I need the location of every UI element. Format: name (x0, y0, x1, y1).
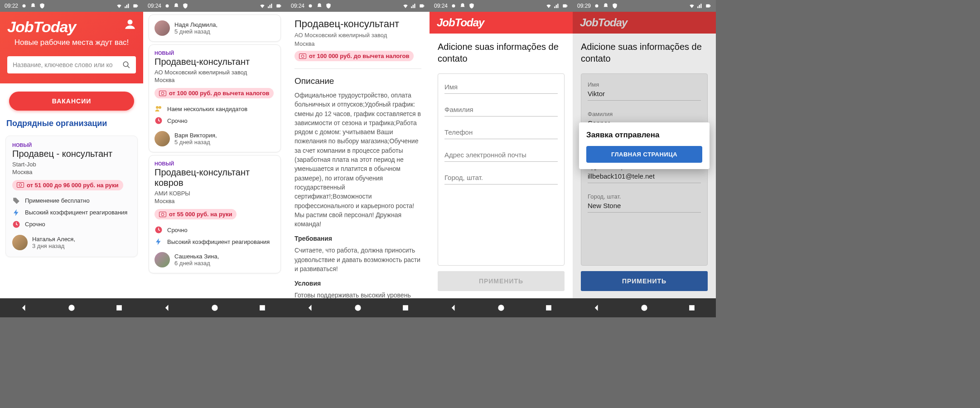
email-field[interactable]: Адрес электронной почты (444, 149, 558, 162)
nav-recent-icon[interactable] (258, 303, 267, 312)
bolt-icon (12, 209, 20, 217)
shield-icon (39, 3, 45, 9)
nav-home-icon[interactable] (353, 303, 362, 312)
bell-icon (316, 3, 323, 9)
avatar (154, 252, 170, 267)
poster-snippet[interactable]: Надя Людмила,5 дней назад (149, 15, 281, 42)
svg-point-16 (212, 305, 217, 311)
form-page: Adicione suas informações de contato Имя… (430, 34, 573, 298)
profile-icon[interactable] (124, 18, 136, 30)
money-icon (17, 182, 24, 188)
hero-subtitle: Новые рабочие места ждут вас! (7, 38, 136, 48)
svg-rect-30 (710, 5, 711, 7)
status-bar: 09:24 (143, 0, 286, 12)
nav-bar (0, 298, 143, 317)
city-field[interactable]: Город, штат. (444, 172, 558, 185)
nav-home-icon[interactable] (497, 303, 506, 312)
salary-pill: от 100 000 руб. до вычета налогов (154, 88, 274, 98)
feature-text: Срочно (167, 227, 188, 233)
new-label: новый (154, 161, 275, 166)
bolt-icon (154, 238, 163, 246)
name-field[interactable]: Viktor (588, 88, 701, 101)
job-city: Москва (154, 77, 275, 83)
salary-pill: от 55 000 руб. на руки (154, 209, 237, 219)
poster-time: 6 дней назад (174, 260, 219, 267)
money-icon (159, 212, 166, 217)
job-title: Продавец-консультант (294, 18, 421, 30)
search-box[interactable] (7, 56, 136, 73)
shield-icon (325, 3, 332, 9)
svg-point-21 (355, 305, 361, 311)
status-time: 09:24 (434, 3, 448, 9)
section-heading: Подрядные организации (0, 111, 143, 133)
vacancies-button[interactable]: ВАКАНСИИ (9, 92, 134, 111)
conditions-text: Готовы поддерживать высокий уровень обсл… (294, 291, 421, 298)
new-label: новый (154, 50, 275, 56)
job-card[interactable]: новый Продавец-консультант АО Московский… (149, 44, 281, 152)
dot-icon (450, 3, 457, 9)
svg-rect-1 (133, 5, 137, 8)
name-field[interactable]: Имя (444, 81, 558, 94)
search-input[interactable] (13, 61, 122, 68)
battery-icon (132, 3, 139, 9)
nav-back-icon[interactable] (306, 303, 315, 312)
brand-bar: JobToday (573, 12, 716, 34)
wifi-icon (689, 3, 695, 9)
nav-home-icon[interactable] (210, 303, 219, 312)
people-icon (154, 105, 163, 113)
nav-recent-icon[interactable] (687, 303, 696, 312)
nav-recent-icon[interactable] (115, 303, 124, 312)
phone-field[interactable]: Телефон (444, 126, 558, 139)
battery-icon (419, 3, 425, 9)
nav-back-icon[interactable] (163, 303, 172, 312)
surname-field[interactable]: Фамилия (444, 104, 558, 117)
job-title: Продавец-консультант (154, 57, 275, 67)
dialog-home-button[interactable]: ГЛАВНАЯ СТРАНИЦА (586, 146, 702, 163)
salary-text: от 55 000 руб. на руки (169, 211, 232, 218)
nav-back-icon[interactable] (592, 303, 601, 312)
avatar (12, 235, 28, 250)
nav-home-icon[interactable] (640, 303, 649, 312)
form-card: ИмяViktor ФамилияConnor Адрес электронно… (581, 73, 708, 266)
salary-text: от 100 000 руб. до вычета налогов (309, 53, 409, 59)
status-bar: 09:22 (0, 0, 143, 12)
nav-back-icon[interactable] (449, 303, 458, 312)
poster: Сашенька Зина,6 дней назад (154, 252, 275, 267)
dot-icon (21, 3, 27, 9)
app-logo: JobToday (7, 18, 76, 36)
svg-rect-27 (546, 305, 551, 311)
salary-pill: от 51 000 до 96 000 руб. на руки (12, 180, 123, 190)
nav-recent-icon[interactable] (544, 303, 553, 312)
apply-button[interactable]: ПРИМЕНИТЬ (581, 271, 708, 291)
wifi-icon (546, 3, 552, 9)
email-field[interactable]: illbeback101@tele.net (588, 170, 701, 183)
dot-icon (307, 3, 314, 9)
job-city: Москва (294, 40, 421, 47)
status-time: 09:29 (577, 3, 591, 9)
requirements-text: Считаете, что работа, должна приносить у… (294, 246, 421, 273)
screen-form-empty: 09:24 JobToday Adicione suas informações… (430, 0, 573, 317)
svg-rect-11 (280, 5, 281, 7)
status-bar: 09:29 (573, 0, 716, 12)
apply-button[interactable]: ПРИМЕНИТЬ (438, 271, 565, 291)
svg-rect-19 (420, 5, 423, 8)
poster-time: 3 дня назад (32, 243, 75, 249)
feature-text: Срочно (167, 117, 188, 124)
description-text: Официальное трудоустройство, оплата боль… (294, 91, 421, 228)
clock-icon (12, 220, 20, 228)
svg-point-18 (309, 5, 312, 8)
nav-back-icon[interactable] (19, 303, 29, 312)
job-card[interactable]: новый Продавец-консультант ковров АМИ КО… (149, 155, 281, 273)
search-icon[interactable] (122, 61, 130, 69)
svg-rect-8 (116, 305, 122, 311)
job-company: Start-Job (12, 161, 131, 168)
nav-recent-icon[interactable] (401, 303, 410, 312)
job-card[interactable]: новый Продавец - консультант Start-Job М… (5, 136, 138, 257)
svg-rect-24 (563, 5, 566, 8)
nav-home-icon[interactable] (67, 303, 76, 312)
signal-icon (124, 3, 130, 9)
wifi-icon (402, 3, 409, 9)
svg-point-12 (156, 106, 159, 109)
city-field[interactable]: New Stone (588, 200, 701, 213)
svg-line-5 (127, 66, 130, 68)
